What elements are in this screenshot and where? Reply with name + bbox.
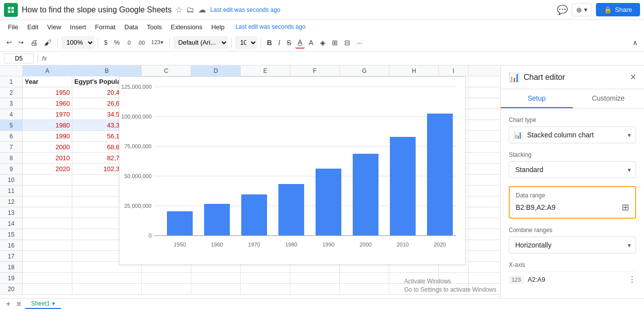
bold-button[interactable]: B [265,37,274,48]
cell-a10[interactable] [23,175,72,185]
history-button[interactable]: ⊕ ▾ [572,3,592,16]
cell-e20[interactable] [241,284,290,294]
menu-format[interactable]: Format [91,22,119,32]
cell-a16[interactable] [23,240,72,250]
col-header-b[interactable]: B [72,65,142,76]
cell-a7[interactable]: 2000 [23,142,72,152]
col-header-f[interactable]: F [290,65,340,76]
zoom-select[interactable]: 100% [61,36,94,49]
cell-a6[interactable]: 1990 [23,131,72,141]
col-header-c[interactable]: C [142,65,191,76]
cell-i19[interactable] [439,273,469,283]
tab-customize[interactable]: Customize [573,89,644,108]
strikethrough-button[interactable]: S [284,37,294,48]
decimal-less-button[interactable]: .0 [124,38,133,47]
cell-a18[interactable] [23,262,72,272]
more-button[interactable]: ··· [354,37,365,48]
font-select[interactable]: Default (Ari... [173,36,228,49]
cell-a12[interactable] [23,196,72,207]
cell-a2[interactable]: 1950 [23,87,72,98]
menu-insert[interactable]: Insert [66,22,90,32]
row-number: 13 [0,207,23,218]
collapse-button[interactable]: ∧ [630,37,640,48]
svg-text:1950: 1950 [174,242,186,247]
folder-icon[interactable]: 🗂 [186,5,194,14]
data-range-grid-button[interactable]: ⊞ [622,202,629,213]
cell-a14[interactable] [23,218,72,229]
text-color-button[interactable]: A [306,37,316,48]
menu-help[interactable]: Help [207,22,228,32]
cell-c19[interactable] [142,273,191,283]
cell-a11[interactable] [23,185,72,196]
menu-extensions[interactable]: Extensions [167,22,207,32]
cloud-icon[interactable]: ☁ [198,5,206,14]
cell-a3[interactable]: 1960 [23,98,72,109]
format-number-button[interactable]: 123▾ [149,38,165,47]
menu-tools[interactable]: Tools [143,22,165,32]
cell-b19[interactable] [72,273,142,283]
cell-a20[interactable] [23,284,72,294]
tab-setup[interactable]: Setup [501,89,573,108]
menu-data[interactable]: Data [120,22,142,32]
cell-a5[interactable]: 1980 [23,120,72,130]
italic-button[interactable]: I [276,37,283,48]
cell-e19[interactable] [241,273,290,283]
cell-a13[interactable] [23,207,72,218]
add-sheet-button[interactable]: + [4,300,12,309]
cell-d20[interactable] [191,284,241,294]
comment-button[interactable]: 💬 [557,4,568,15]
print-button[interactable]: 🖨 [28,37,40,48]
col-header-h[interactable]: H [389,65,439,76]
cell-a9[interactable]: 2020 [23,164,72,174]
fill-color-button[interactable]: ◈ [318,37,328,48]
menu-view[interactable]: View [43,22,65,32]
borders-button[interactable]: ⊞ [329,37,340,48]
decimal-more-button[interactable]: .00 [135,38,147,47]
col-header-e[interactable]: E [241,65,290,76]
cell-f19[interactable] [290,273,340,283]
underline-button[interactable]: A [295,37,305,49]
cell-g20[interactable] [340,284,389,294]
cell-h20[interactable] [389,284,439,294]
share-label: Share [615,6,632,13]
cell-a1[interactable]: Year [23,76,72,87]
percent-button[interactable]: % [111,37,122,48]
cell-b20[interactable] [72,284,142,294]
cell-f20[interactable] [290,284,340,294]
row-number: 12 [0,196,23,207]
lock-icon: 🔒 [604,6,612,13]
merge-button[interactable]: ⊟ [342,37,353,48]
share-button[interactable]: 🔒 Share [596,3,640,16]
currency-button[interactable]: $ [102,37,110,48]
menu-file[interactable]: File [4,22,22,32]
editor-close-button[interactable]: × [630,71,636,83]
sheet-tab-sheet1[interactable]: Sheet1 ▾ [25,299,61,309]
xaxis-more-button[interactable]: ⋮ [628,275,636,284]
cell-c20[interactable] [142,284,191,294]
sheet-list-button[interactable]: ≡ [14,300,23,309]
undo-button[interactable]: ↩ [4,37,14,48]
cell-a4[interactable]: 1970 [23,109,72,120]
font-size-select[interactable]: 10 [235,36,257,49]
col-header-g[interactable]: G [340,65,389,76]
cell-a19[interactable] [23,273,72,283]
cell-i20[interactable] [439,284,469,294]
menu-edit[interactable]: Edit [23,22,42,32]
col-header-i[interactable]: I [439,65,469,76]
col-header-a[interactable]: A [23,65,72,76]
cell-a8[interactable]: 2010 [23,153,72,163]
cell-a15[interactable] [23,229,72,240]
combine-ranges-select[interactable]: Horizontally [509,237,636,253]
chart-container[interactable]: 0 25,000,000 50,000,000 75,000,000 100,0… [119,76,466,265]
redo-button[interactable]: ↪ [16,37,26,48]
cell-h19[interactable] [389,273,439,283]
cell-d19[interactable] [191,273,241,283]
col-header-d[interactable]: D [191,65,241,76]
chart-type-select[interactable]: Stacked column chart [509,126,636,143]
stacking-select[interactable]: Standard [509,161,636,178]
cell-reference-input[interactable]: D5 [4,54,34,63]
cell-g19[interactable] [340,273,389,283]
paint-format-button[interactable]: 🖌 [42,37,54,48]
star-icon[interactable]: ☆ [175,5,182,14]
cell-a17[interactable] [23,251,72,261]
